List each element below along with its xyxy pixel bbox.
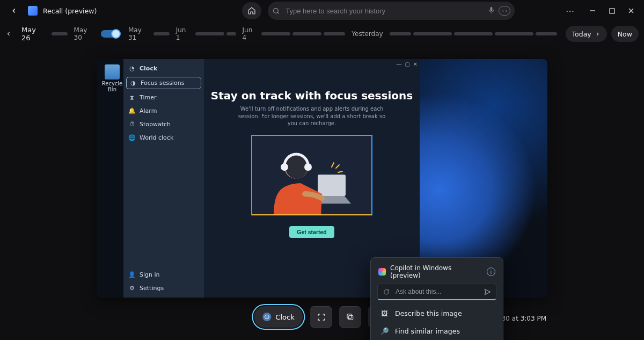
app-icon — [28, 6, 38, 16]
focus-hero-title: Stay on track with focus sessions — [211, 89, 413, 102]
bottom-action-bar: Clock — [254, 306, 390, 328]
home-button[interactable] — [242, 2, 261, 19]
focus-illustration — [251, 135, 372, 215]
copilot-panel: Copilot in Windows (preview) i 🖼 Describ… — [370, 257, 503, 340]
minimize-icon: — — [396, 61, 401, 67]
date-label[interactable]: May 31 — [128, 26, 147, 41]
get-started-button[interactable]: Get started — [289, 226, 334, 238]
bell-icon: 🔔 — [129, 108, 135, 114]
hourglass-icon: ⧗ — [129, 95, 135, 101]
chat-icon — [382, 288, 390, 295]
send-icon[interactable] — [484, 288, 492, 296]
date-label[interactable]: May 30 — [74, 26, 93, 41]
copilot-title: Copilot in Windows (preview) — [390, 264, 482, 279]
info-icon[interactable]: i — [487, 267, 495, 276]
focus-hero-subtitle: We'll turn off notifications and app ale… — [237, 105, 387, 127]
nav-focus-sessions[interactable]: ◑ Focus sessions — [127, 77, 201, 89]
person-icon: 👤 — [129, 272, 135, 278]
svg-rect-3 — [610, 9, 614, 13]
nav-alarm[interactable]: 🔔 Alarm — [123, 105, 204, 117]
open-app-chip[interactable]: Clock — [254, 306, 303, 328]
today-pill[interactable]: Today — [566, 26, 607, 42]
clock-chip-icon — [262, 313, 271, 321]
now-pill[interactable]: Now — [611, 26, 639, 42]
focus-icon: ◑ — [130, 80, 136, 86]
svg-rect-15 — [349, 315, 353, 320]
search-input[interactable] — [284, 6, 483, 16]
nav-signin[interactable]: 👤 Sign in — [123, 269, 204, 281]
search-icon — [272, 7, 280, 15]
timeline-segments[interactable] — [52, 32, 68, 35]
svg-line-8 — [332, 163, 334, 167]
recycle-bin-label: Recycle Bin — [101, 81, 123, 92]
mic-icon[interactable] — [487, 6, 495, 16]
more-button[interactable]: ⋯ — [560, 2, 580, 19]
svg-rect-7 — [318, 175, 346, 196]
clock-sidebar: ◔ Clock ◑ Focus sessions ⧗ Timer 🔔 Alarm… — [123, 59, 204, 298]
extract-button[interactable] — [311, 306, 332, 328]
clock-window-controls: — ▢ ✕ — [123, 59, 420, 69]
stopwatch-icon: ⏱ — [129, 121, 135, 128]
minimize-button[interactable] — [583, 2, 602, 19]
maximize-icon: ▢ — [405, 61, 409, 67]
action-describe-image[interactable]: 🖼 Describe this image — [376, 305, 497, 322]
svg-rect-16 — [347, 314, 352, 319]
timeline-segments[interactable] — [195, 32, 236, 35]
today-label: Today — [572, 30, 591, 38]
open-app-label: Clock — [275, 313, 294, 321]
timeline-prev-icon[interactable] — [5, 31, 12, 37]
gear-icon: ⚙ — [129, 285, 135, 292]
svg-line-9 — [336, 165, 339, 168]
nav-stopwatch[interactable]: ⏱ Stopwatch — [123, 118, 204, 131]
copy-button[interactable] — [340, 306, 361, 328]
date-label[interactable]: Jun 1 — [176, 26, 189, 41]
close-icon: ✕ — [413, 61, 418, 67]
svg-line-10 — [338, 171, 342, 172]
svg-rect-1 — [491, 7, 493, 11]
describe-icon: 🖼 — [380, 309, 389, 317]
timeline-segments[interactable] — [153, 32, 170, 35]
recycle-bin: Recycle Bin — [101, 64, 123, 92]
svg-point-13 — [304, 163, 312, 171]
date-label[interactable]: Jun 4 — [243, 26, 255, 41]
selected-date-pill[interactable]: May 26 — [16, 27, 47, 41]
search-bar[interactable]: ‹ › — [268, 2, 515, 20]
timeline-segments[interactable] — [390, 32, 557, 35]
copilot-icon — [378, 268, 386, 276]
title-bar: Recall (preview) ‹ › ⋯ — [0, 0, 644, 21]
chevron-right-icon — [595, 31, 601, 37]
globe-icon: 🌐 — [129, 135, 135, 141]
timeline: May 26 May 30 May 31 Jun 1 Jun 4 Yesterd… — [0, 21, 644, 46]
nav-timer[interactable]: ⧗ Timer — [123, 91, 204, 104]
code-icon[interactable]: ‹ › — [499, 6, 510, 16]
timeline-slider[interactable] — [101, 30, 120, 38]
svg-point-12 — [281, 163, 288, 171]
svg-point-0 — [274, 8, 279, 13]
timeline-segments[interactable] — [261, 32, 345, 35]
copilot-textfield[interactable] — [394, 287, 479, 296]
recycle-bin-icon — [105, 64, 120, 79]
back-button[interactable] — [4, 2, 24, 19]
action-find-similar[interactable]: 🔎 Find similar images — [376, 322, 497, 340]
slider-thumb[interactable] — [111, 29, 121, 39]
copilot-input[interactable] — [377, 284, 496, 300]
date-label[interactable]: Yesterday — [352, 30, 383, 38]
app-title: Recall (preview) — [43, 7, 97, 15]
nav-settings[interactable]: ⚙ Settings — [123, 282, 204, 294]
find-similar-icon: 🔎 — [380, 327, 389, 335]
maximize-button[interactable] — [602, 2, 621, 19]
close-button[interactable] — [621, 2, 641, 19]
nav-world-clock[interactable]: 🌐 World clock — [123, 132, 204, 144]
